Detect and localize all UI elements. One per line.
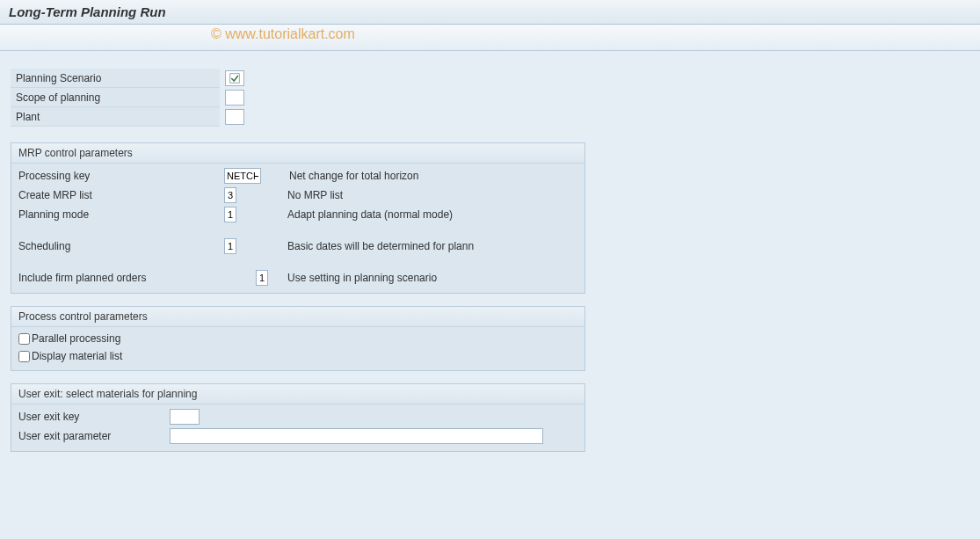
mrp-panel-body: Processing key Net change for total hori…: [11, 164, 584, 293]
mrp-panel: MRP control parameters Processing key Ne…: [11, 142, 585, 294]
process-panel-header: Process control parameters: [11, 307, 584, 327]
scope-row: Scope of planning: [11, 88, 969, 107]
planning-mode-row: Planning mode Adapt planning data (norma…: [15, 205, 581, 224]
scheduling-row: Scheduling Basic dates will be determine…: [15, 237, 581, 256]
planning-scenario-row: Planning Scenario: [11, 69, 969, 88]
user-exit-key-input[interactable]: [170, 409, 200, 425]
include-firm-desc: Use setting in planning scenario: [287, 272, 437, 284]
create-mrp-label: Create MRP list: [15, 186, 219, 204]
gap-row-2: [15, 256, 581, 268]
user-exit-key-label: User exit key: [15, 408, 164, 426]
user-exit-panel-header: User exit: select materials for planning: [11, 384, 584, 404]
process-panel: Process control parameters Parallel proc…: [11, 306, 585, 371]
create-mrp-desc: No MRP list: [287, 189, 343, 201]
display-list-label: Display material list: [32, 350, 122, 362]
mrp-panel-header: MRP control parameters: [11, 143, 584, 164]
processing-key-desc: Net change for total horizon: [289, 170, 418, 182]
display-list-row: Display material list: [15, 347, 581, 365]
process-panel-body: Parallel processing Display material lis…: [11, 327, 584, 370]
user-exit-param-input[interactable]: [170, 428, 543, 444]
title-bar: Long-Term Planning Run: [0, 0, 980, 25]
processing-key-row: Processing key Net change for total hori…: [15, 166, 581, 186]
parallel-row: Parallel processing: [15, 330, 581, 347]
display-list-checkbox[interactable]: [18, 351, 30, 362]
plant-input[interactable]: [225, 109, 244, 125]
content-area: Planning Scenario Scope of planning Plan…: [0, 51, 980, 475]
user-exit-key-row: User exit key: [15, 407, 581, 426]
scheduling-desc: Basic dates will be determined for plann: [287, 240, 474, 252]
include-firm-label: Include firm planned orders: [15, 269, 219, 287]
scheduling-input[interactable]: [224, 238, 236, 254]
page-title: Long-Term Planning Run: [9, 4, 166, 19]
parallel-checkbox[interactable]: [18, 333, 30, 345]
include-firm-input[interactable]: [256, 270, 268, 286]
plant-label: Plant: [11, 107, 220, 127]
scheduling-label: Scheduling: [15, 237, 219, 255]
planning-mode-label: Planning mode: [15, 206, 219, 223]
user-exit-param-label: User exit parameter: [15, 427, 164, 445]
plant-row: Plant: [11, 107, 969, 127]
gap-row-1: [15, 224, 581, 237]
create-mrp-row: Create MRP list No MRP list: [15, 186, 581, 205]
toolbar-row: [0, 25, 980, 51]
planning-scenario-input-box[interactable]: [225, 70, 244, 86]
user-exit-param-row: User exit parameter: [15, 426, 581, 446]
include-firm-row: Include firm planned orders Use setting …: [15, 268, 581, 288]
processing-key-input[interactable]: [224, 168, 261, 184]
create-mrp-input[interactable]: [224, 187, 236, 203]
user-exit-panel: User exit: select materials for planning…: [11, 383, 585, 452]
planning-scenario-label: Planning Scenario: [11, 69, 220, 88]
check-required-icon: [229, 73, 240, 84]
parallel-label: Parallel processing: [32, 332, 120, 345]
processing-key-label: Processing key: [15, 167, 219, 185]
planning-mode-desc: Adapt planning data (normal mode): [287, 208, 453, 221]
planning-mode-input[interactable]: [224, 207, 236, 222]
scope-input[interactable]: [225, 90, 244, 106]
selection-block: Planning Scenario Scope of planning Plan…: [11, 69, 969, 127]
scope-label: Scope of planning: [11, 88, 220, 107]
user-exit-panel-body: User exit key User exit parameter: [11, 404, 584, 451]
